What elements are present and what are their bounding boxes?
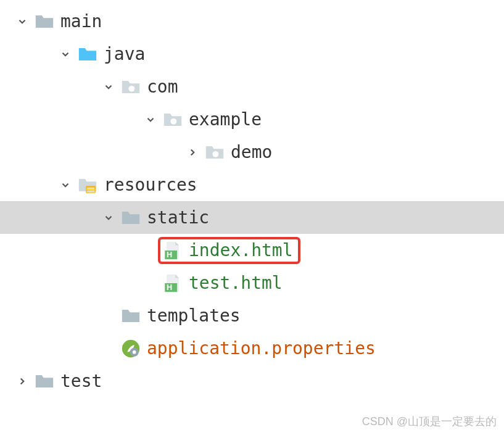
resources-folder-icon — [75, 175, 100, 196]
folder-icon — [118, 305, 143, 326]
package-icon — [160, 109, 185, 130]
html-file-icon: H — [160, 273, 185, 294]
tree-row-com[interactable]: com — [0, 70, 504, 103]
chevron-right-icon[interactable] — [183, 147, 202, 158]
svg-point-2 — [212, 151, 218, 157]
tree-row-example[interactable]: example — [0, 103, 504, 136]
chevron-right-icon[interactable] — [12, 376, 32, 387]
chevron-down-icon[interactable] — [56, 49, 75, 60]
watermark: CSDN @山顶是一定要去的 — [362, 414, 497, 429]
tree-label: application.properties — [147, 338, 376, 358]
chevron-down-icon[interactable] — [99, 81, 118, 93]
tree-label: static — [147, 207, 209, 228]
source-folder-icon — [75, 44, 100, 65]
tree-row-test[interactable]: test — [0, 365, 504, 397]
chevron-down-icon[interactable] — [12, 16, 32, 27]
tree-row-test-html[interactable]: H test.html — [0, 267, 504, 299]
tree-row-static[interactable]: static — [0, 201, 504, 234]
project-tree: main java com example — [0, 0, 504, 397]
tree-label: main — [60, 11, 102, 31]
tree-label: demo — [231, 142, 272, 162]
tree-row-main[interactable]: main — [0, 5, 504, 38]
tree-row-resources[interactable]: resources — [0, 168, 504, 201]
chevron-down-icon[interactable] — [141, 114, 160, 125]
tree-label: test — [60, 371, 102, 391]
tree-row-index-html[interactable]: H index.html — [0, 234, 504, 267]
tree-label: example — [189, 109, 262, 130]
tree-label: index.html — [189, 240, 293, 260]
svg-rect-5 — [87, 189, 95, 190]
tree-row-templates[interactable]: templates — [0, 299, 504, 332]
package-icon — [202, 142, 227, 163]
folder-icon — [118, 207, 143, 228]
chevron-down-icon[interactable] — [99, 212, 118, 223]
html-file-icon: H — [160, 240, 185, 261]
tree-row-application-properties[interactable]: application.properties — [0, 332, 504, 365]
tree-row-demo[interactable]: demo — [0, 136, 504, 168]
folder-icon — [32, 11, 57, 32]
folder-icon — [32, 371, 57, 392]
package-icon — [118, 77, 143, 97]
chevron-down-icon[interactable] — [56, 180, 75, 191]
svg-text:H: H — [167, 250, 172, 259]
svg-point-0 — [128, 85, 134, 91]
svg-point-1 — [170, 118, 176, 124]
tree-label: java — [104, 44, 145, 64]
spring-config-icon — [118, 338, 143, 359]
tree-label: com — [147, 77, 178, 97]
highlight-box: H index.html — [158, 237, 300, 264]
tree-label: resources — [104, 175, 197, 195]
tree-label: test.html — [189, 273, 283, 293]
svg-rect-4 — [87, 188, 95, 188]
svg-rect-6 — [87, 191, 95, 191]
tree-label: templates — [147, 305, 241, 326]
svg-text:H: H — [167, 283, 172, 292]
svg-point-13 — [133, 350, 136, 354]
tree-row-java[interactable]: java — [0, 38, 504, 70]
